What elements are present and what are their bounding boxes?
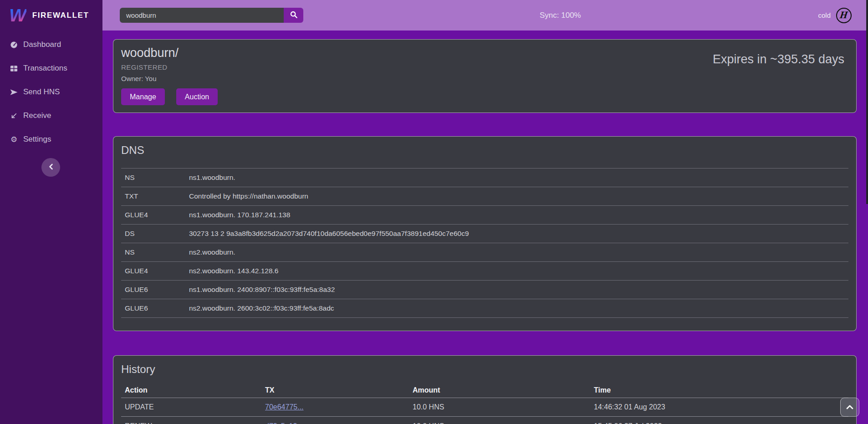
wallet-switcher[interactable]: cold H [818, 0, 852, 31]
chevron-left-icon [48, 163, 54, 171]
sidebar-item-label: Dashboard [23, 40, 61, 49]
history-table: Action TX Amount Time UPDATE 70e64775...… [121, 383, 848, 424]
dns-table: NS ns1.woodburn. TXT Controlled by https… [121, 168, 848, 318]
sidebar-item-transactions[interactable]: Transactions [0, 56, 102, 80]
history-amount: 10.0 HNS [409, 417, 590, 424]
dns-record-type: NS [121, 243, 185, 261]
history-action: UPDATE [121, 398, 261, 417]
handshake-logo-icon: H [836, 8, 852, 23]
dns-record-value: Controlled by https://nathan.woodburn [185, 187, 848, 205]
column-header-action: Action [121, 383, 261, 398]
sidebar-item-label: Receive [23, 111, 51, 120]
dns-card: DNS NS ns1.woodburn. TXT Controlled by h… [113, 136, 857, 331]
sidebar-item-settings[interactable]: ⚙ Settings [0, 128, 102, 151]
domain-actions: Manage Auction [121, 88, 218, 105]
dns-record-type: DS [121, 224, 185, 243]
history-time: 14:46:32 01 Aug 2023 [590, 398, 848, 417]
dns-record-row: GLUE6 ns1.woodburn. 2400:8907::f03c:93ff… [121, 280, 848, 299]
dns-record-row: TXT Controlled by https://nathan.woodbur… [121, 187, 848, 205]
brand-name: FIREWALLET [32, 11, 89, 20]
column-header-tx: TX [261, 383, 409, 398]
scroll-to-top-button[interactable] [840, 398, 859, 417]
chevron-up-icon [846, 404, 853, 411]
dns-record-row: GLUE6 ns2.woodburn. 2600:3c02::f03c:93ff… [121, 299, 848, 317]
page-content: woodburn/ REGISTERED Owner: You Manage A… [102, 31, 868, 424]
dns-record-type: TXT [121, 187, 185, 205]
sidebar-item-label: Settings [23, 135, 51, 144]
dns-record-row: NS ns2.woodburn. [121, 243, 848, 261]
sidebar-nav: Dashboard Transactions Send HNS Receive [0, 33, 102, 151]
sidebar-item-dashboard[interactable]: Dashboard [0, 33, 102, 56]
search-bar [120, 8, 303, 23]
search-icon [290, 10, 298, 20]
sidebar-item-label: Send HNS [23, 87, 60, 97]
arrow-down-left-icon [10, 112, 18, 120]
dns-record-type: GLUE4 [121, 261, 185, 280]
expires-label: Expires in ~395.35 days [713, 52, 844, 112]
dns-record-value: ns1.woodburn. 170.187.241.138 [185, 205, 848, 224]
dns-record-value: ns2.woodburn. 2600:3c02::f03c:93ff:fe5a:… [185, 299, 848, 317]
dns-record-value: ns1.woodburn. 2400:8907::f03c:93ff:fe5a:… [185, 280, 848, 299]
history-row: RENEW d73c5e13... 10.0 HNS 15:45:06 27 J… [121, 417, 848, 424]
brand: W FIREWALLET [0, 0, 102, 29]
wallet-name-label: cold [818, 11, 831, 19]
main-column: Sync: 100% cold H woodburn/ REGISTERED O… [102, 0, 868, 424]
status-badge: REGISTERED [121, 63, 218, 71]
dns-record-value: 30273 13 2 9a3a8fb3d625d2a2073d740f10da6… [185, 224, 848, 243]
dns-record-type: GLUE6 [121, 280, 185, 299]
history-header-row: Action TX Amount Time [121, 383, 848, 398]
app-window: W FIREWALLET Dashboard Transactions Se [0, 0, 868, 424]
dns-record-type: GLUE4 [121, 205, 185, 224]
topbar: Sync: 100% cold H [102, 0, 868, 31]
search-button[interactable] [284, 8, 303, 23]
dns-record-value: ns2.woodburn. 143.42.128.6 [185, 261, 848, 280]
table-grid-icon [10, 64, 18, 73]
page-title: woodburn/ [121, 46, 218, 60]
sidebar: W FIREWALLET Dashboard Transactions Se [0, 0, 102, 424]
dns-record-row: GLUE4 ns1.woodburn. 170.187.241.138 [121, 205, 848, 224]
gauge-icon [10, 41, 18, 49]
dns-record-value: ns2.woodburn. [185, 243, 848, 261]
dns-section-title: DNS [121, 144, 848, 157]
dns-record-type: NS [121, 168, 185, 187]
manage-button[interactable]: Manage [121, 88, 165, 105]
sync-status: Sync: 100% [540, 11, 581, 20]
dns-record-row: DS 30273 13 2 9a3a8fb3d625d2a2073d740f10… [121, 224, 848, 243]
auction-button[interactable]: Auction [176, 88, 218, 105]
history-action: RENEW [121, 417, 261, 424]
dns-record-value: ns1.woodburn. [185, 168, 848, 187]
page-scrollbar[interactable] [866, 0, 868, 204]
firewallet-logo-icon: W [9, 7, 26, 24]
paper-plane-icon [10, 88, 18, 97]
history-section-title: History [121, 363, 848, 376]
sidebar-item-send-hns[interactable]: Send HNS [0, 80, 102, 104]
history-card: History Action TX Amount Time UPDATE [113, 355, 857, 424]
history-row: UPDATE 70e64775... 10.0 HNS 14:46:32 01 … [121, 398, 848, 417]
tx-link[interactable]: 70e64775... [265, 403, 304, 411]
dns-record-type: GLUE6 [121, 299, 185, 317]
tx-link[interactable]: d73c5e13... [265, 422, 303, 424]
sidebar-collapse-button[interactable] [41, 158, 60, 177]
gear-icon: ⚙ [10, 135, 18, 144]
domain-card: woodburn/ REGISTERED Owner: You Manage A… [113, 39, 857, 113]
history-amount: 10.0 HNS [409, 398, 590, 417]
column-header-time: Time [590, 383, 848, 398]
dns-record-row: GLUE4 ns2.woodburn. 143.42.128.6 [121, 261, 848, 280]
owner-label: Owner: You [121, 75, 218, 82]
history-time: 15:45:06 27 Jul 2023 [590, 417, 848, 424]
domain-info: woodburn/ REGISTERED Owner: You Manage A… [121, 46, 218, 112]
search-input[interactable] [120, 8, 284, 23]
sidebar-item-receive[interactable]: Receive [0, 104, 102, 128]
column-header-amount: Amount [409, 383, 590, 398]
dns-record-row: NS ns1.woodburn. [121, 168, 848, 187]
sidebar-item-label: Transactions [23, 64, 67, 73]
